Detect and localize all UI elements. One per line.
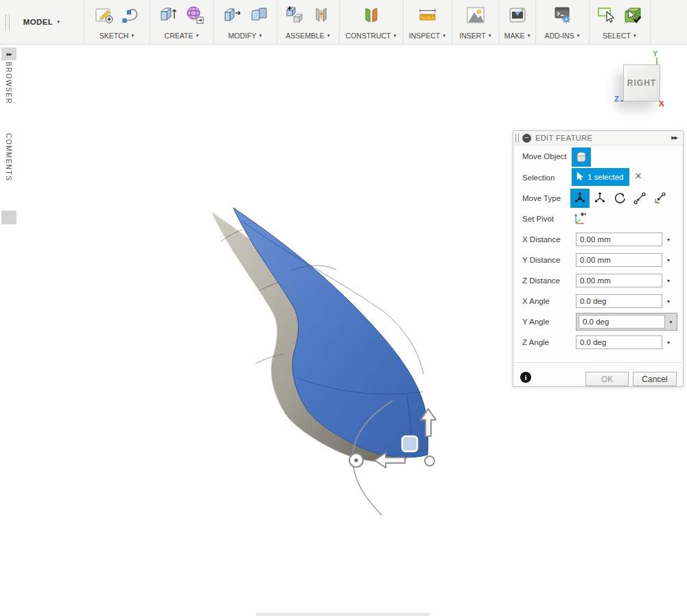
clear-selection-button[interactable]: ✕ bbox=[632, 170, 644, 182]
chevron-down-icon: ▼ bbox=[195, 34, 199, 38]
menu-modify[interactable]: MODIFY ▼ bbox=[229, 30, 263, 41]
top-toolbar: MODEL ▼ bbox=[0, 0, 687, 45]
workspace-cell: MODEL ▼ bbox=[0, 0, 84, 44]
menu-inspect[interactable]: INSPECT ▼ bbox=[409, 30, 446, 41]
y-distance-input[interactable] bbox=[576, 253, 662, 267]
ok-button[interactable]: OK bbox=[585, 372, 629, 386]
3d-print-button[interactable] bbox=[506, 3, 529, 27]
viewcube-face-label: RIGHT bbox=[627, 78, 656, 88]
browser-expand-button[interactable]: ▶▶ bbox=[1, 47, 16, 60]
selection-label: Selection bbox=[522, 174, 555, 182]
comments-panel-tab[interactable]: COMMENTS bbox=[5, 133, 12, 181]
move-type-label: Move Type bbox=[522, 194, 561, 202]
set-pivot-button[interactable] bbox=[570, 209, 590, 228]
toolbar-group-insert: INSERT ▼ bbox=[452, 0, 499, 44]
point-to-point-icon bbox=[632, 191, 647, 206]
spline-button[interactable] bbox=[119, 3, 142, 27]
panel-resize-handle[interactable] bbox=[1, 211, 16, 224]
joint-button[interactable] bbox=[310, 3, 333, 27]
viewcube[interactable]: RIGHT bbox=[623, 64, 660, 102]
z-distance-combo: ▼ bbox=[576, 272, 677, 289]
browser-panel-tab[interactable]: BROWSER bbox=[5, 62, 12, 104]
move-object-label: Move Object bbox=[522, 152, 567, 161]
dialog-grip-handle[interactable] bbox=[515, 134, 519, 143]
info-icon[interactable]: i bbox=[520, 372, 531, 383]
menu-create[interactable]: CREATE ▼ bbox=[165, 30, 200, 41]
toolbar-group-sketch: SKETCH ▼ bbox=[84, 0, 150, 44]
edit-feature-dialog: − EDIT FEATURE ▶▶ Move Object Selection … bbox=[513, 130, 684, 387]
sketch-icon bbox=[94, 5, 115, 25]
y-distance-label: Y Distance bbox=[522, 256, 560, 264]
create-form-button[interactable] bbox=[183, 3, 207, 27]
x-angle-combo: ▼ bbox=[576, 293, 677, 309]
move-type-free-button[interactable] bbox=[570, 189, 590, 208]
move-type-point-to-point-button[interactable] bbox=[630, 189, 649, 208]
menu-assemble[interactable]: ASSEMBLE ▼ bbox=[286, 30, 331, 41]
x-distance-label: X Distance bbox=[522, 235, 561, 244]
left-panel-rail: ▶▶ BROWSER COMMENTS bbox=[0, 45, 18, 616]
spline-icon bbox=[120, 5, 141, 25]
menu-insert[interactable]: INSERT ▼ bbox=[459, 30, 491, 41]
insert-image-button[interactable] bbox=[464, 3, 487, 27]
press-pull-button[interactable] bbox=[221, 3, 244, 27]
move-type-rotate-button[interactable] bbox=[610, 189, 629, 208]
construct-plane-button[interactable] bbox=[360, 3, 383, 27]
select-body-icon bbox=[622, 5, 643, 25]
new-component-button[interactable] bbox=[283, 3, 307, 27]
cancel-button[interactable]: Cancel bbox=[633, 372, 677, 386]
create-sketch-button[interactable] bbox=[93, 3, 116, 27]
extrude-button[interactable] bbox=[157, 3, 181, 27]
navigation-bar[interactable] bbox=[255, 613, 430, 616]
y-angle-input[interactable] bbox=[579, 315, 665, 329]
chevron-down-icon: ▼ bbox=[393, 34, 397, 38]
press-pull-icon bbox=[222, 5, 243, 25]
window-select-button[interactable] bbox=[595, 3, 618, 27]
dropdown-arrow-icon[interactable]: ▼ bbox=[662, 258, 675, 263]
set-pivot-label: Set Pivot bbox=[522, 215, 554, 223]
collapse-icon[interactable]: − bbox=[522, 134, 531, 143]
toolbar-grip-handle[interactable] bbox=[5, 14, 10, 31]
dropdown-arrow-icon[interactable]: ▼ bbox=[662, 340, 675, 345]
dropdown-arrow-icon[interactable]: ▼ bbox=[662, 237, 675, 242]
move-type-point-to-position-button[interactable] bbox=[650, 189, 669, 208]
x-angle-label: X Angle bbox=[522, 297, 550, 305]
menu-addins[interactable]: ADD-INS ▼ bbox=[544, 30, 580, 41]
selection-chip[interactable]: 1 selected bbox=[572, 168, 629, 186]
rotate-endpoint-handle[interactable] bbox=[425, 456, 434, 466]
fillet-icon bbox=[248, 5, 269, 25]
move-object-button[interactable] bbox=[572, 147, 591, 167]
body-cylinder-icon bbox=[574, 150, 589, 165]
menu-construct[interactable]: CONSTRUCT ▼ bbox=[346, 30, 397, 41]
expand-panels-icon[interactable]: ▶▶ bbox=[671, 135, 677, 141]
menu-select[interactable]: SELECT ▼ bbox=[603, 30, 637, 41]
plane-move-handle[interactable] bbox=[402, 436, 417, 451]
translate-icon bbox=[592, 191, 607, 206]
menu-sketch[interactable]: SKETCH ▼ bbox=[100, 30, 135, 41]
toolbar-group-make: MAKE ▼ bbox=[499, 0, 535, 44]
dropdown-arrow-icon[interactable]: ▼ bbox=[662, 279, 675, 283]
chevron-down-icon: ▼ bbox=[327, 34, 331, 38]
set-pivot-icon bbox=[572, 211, 587, 226]
window-select-icon bbox=[596, 5, 617, 25]
z-distance-input[interactable] bbox=[576, 274, 662, 287]
dialog-header[interactable]: − EDIT FEATURE ▶▶ bbox=[513, 131, 683, 145]
extrude-icon bbox=[159, 5, 179, 25]
dropdown-arrow-icon[interactable]: ▼ bbox=[662, 299, 675, 304]
workspace-label: MODEL bbox=[23, 18, 54, 26]
move-type-translate-button[interactable] bbox=[590, 189, 609, 208]
measure-button[interactable] bbox=[416, 3, 439, 27]
fusion-360-app: MODEL ▼ bbox=[0, 0, 687, 616]
close-icon: ✕ bbox=[635, 171, 642, 181]
workspace-selector[interactable]: MODEL ▼ bbox=[23, 18, 60, 26]
moved-body[interactable] bbox=[233, 208, 428, 458]
chevron-down-icon: ▼ bbox=[633, 34, 637, 38]
fillet-button[interactable] bbox=[247, 3, 270, 27]
menu-make[interactable]: MAKE ▼ bbox=[504, 30, 531, 41]
x-angle-input[interactable] bbox=[576, 294, 662, 308]
scripts-addins-button[interactable] bbox=[551, 3, 574, 27]
dropdown-arrow-icon[interactable]: ▼ bbox=[665, 320, 677, 324]
x-distance-input[interactable] bbox=[576, 233, 662, 246]
z-angle-input[interactable] bbox=[576, 335, 662, 349]
chevron-down-icon: ▼ bbox=[130, 34, 135, 38]
select-body-button[interactable] bbox=[621, 3, 644, 27]
